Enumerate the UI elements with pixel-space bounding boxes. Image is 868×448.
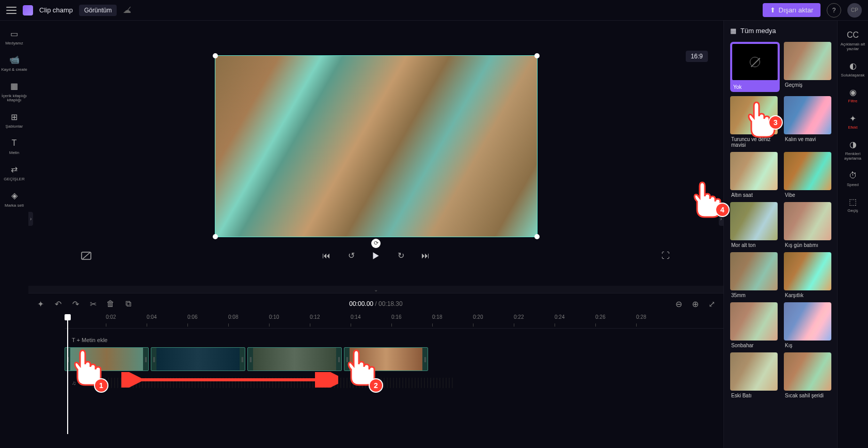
prop-icon: CC (848, 30, 858, 40)
zoom-fit-icon[interactable]: ⤢ (707, 299, 716, 308)
menu-icon[interactable] (6, 7, 17, 14)
duplicate-icon[interactable]: ⧉ (123, 299, 133, 308)
ruler-tick: 0:20 (473, 314, 483, 320)
redo-icon[interactable]: ↷ (71, 299, 80, 308)
undo-icon[interactable]: ↶ (53, 299, 62, 308)
sidebar-icon: ◈ (9, 190, 20, 202)
clip-2[interactable]: ‖‖ (151, 347, 245, 371)
app-name: Clip champ (39, 6, 73, 14)
filter-Sıcak sahil şeridi[interactable]: Sıcak sahil şeridi (784, 352, 831, 398)
ruler-tick: 0:06 (187, 314, 197, 320)
text-track-add[interactable]: T + Metin ekle (72, 337, 723, 343)
disable-preview-icon[interactable] (80, 250, 92, 262)
skip-forward-icon[interactable]: ⏭ (419, 250, 432, 262)
filter-Altın saat[interactable]: Altın saat (730, 152, 780, 198)
filter-Eski Batı[interactable]: Eski Batı (730, 352, 780, 398)
ruler-tick: 0:22 (514, 314, 524, 320)
prop-Renkleri ayarlama[interactable]: ◑Renkleri ayarlama (838, 136, 868, 164)
prop-Speed[interactable]: ⏱Speed (838, 167, 868, 191)
prop-Filtre[interactable]: ◉Filtre (838, 84, 868, 107)
top-bar: Clip champ Görüntüm ☁̸ ⬆ Dışarı aktar ? … (0, 0, 868, 21)
clip-4[interactable]: ‖‖ (344, 347, 428, 371)
prop-Efekt[interactable]: ✦Efekt (838, 110, 868, 133)
sidebar-item-4[interactable]: TMetin (0, 134, 28, 159)
filter-Yok[interactable]: Yok (730, 42, 780, 92)
zoom-out-icon[interactable]: ⊖ (674, 299, 683, 308)
sidebar-icon: T (9, 137, 20, 149)
filter-Mor alt ton[interactable]: Mor alt ton (730, 202, 780, 248)
resize-handle-tl[interactable] (213, 53, 218, 58)
collapse-timeline[interactable]: ⌄ (28, 286, 723, 293)
rewind-icon[interactable]: ↺ (345, 250, 357, 262)
filter-Geçmiş[interactable]: Geçmiş (784, 42, 831, 92)
filters-panel: ▦ Tüm medya YokGeçmişTuruncu ve deniz ma… (723, 21, 837, 448)
upload-icon: ⬆ (770, 6, 776, 14)
video-content (215, 56, 537, 237)
timeline: ✦ ↶ ↷ ✂ 🗑 ⧉ 00:00.00 / 00:18.30 ⊖ ⊕ ⤢ 0:… (28, 293, 723, 448)
filter-Kış gün batımı[interactable]: Kış gün batımı (784, 202, 831, 248)
resize-handle-bl[interactable] (213, 234, 218, 239)
sidebar-item-0[interactable]: ▭Medyanız (0, 25, 28, 49)
annotation-4: 4 (715, 203, 730, 217)
ruler-tick: 0:18 (432, 314, 442, 320)
sidebar-icon: ⊞ (9, 111, 20, 122)
timeline-ruler[interactable]: 0:020:040:060:080:100:120:140:160:180:20… (65, 314, 723, 329)
playhead[interactable] (65, 314, 71, 320)
view-button[interactable]: Görüntüm (79, 5, 117, 16)
preview-area: 16:9 ⟳ ⏮ ↺ ↻ ⏭ ⛶ (28, 21, 723, 286)
timeline-time: 00:00.00 / 00:18.30 (349, 300, 402, 307)
export-button[interactable]: ⬆ Dışarı aktar (763, 3, 820, 17)
app-logo (23, 5, 33, 16)
filter-Kış[interactable]: Kış (784, 302, 831, 348)
forward-icon[interactable]: ↻ (394, 250, 407, 262)
filter-Kalın ve mavi[interactable]: Kalın ve mavi (784, 96, 831, 148)
player-controls: ⏮ ↺ ↻ ⏭ ⛶ (59, 250, 692, 262)
video-frame[interactable]: ⟳ (215, 55, 538, 237)
sidebar-icon: ▭ (9, 28, 20, 39)
ruler-tick: 0:24 (555, 314, 564, 320)
prop-icon: ✦ (848, 113, 858, 123)
prop-Soluklaşarak[interactable]: ◐Soluklaşarak (838, 58, 868, 81)
resize-handle-tr[interactable] (534, 53, 540, 58)
filter-Karşıtlık[interactable]: Karşıtlık (784, 252, 831, 298)
split-icon[interactable]: ✂ (88, 299, 98, 308)
fullscreen-icon[interactable]: ⛶ (659, 250, 672, 262)
delete-icon[interactable]: 🗑 (106, 299, 115, 308)
resize-handle-br[interactable] (534, 234, 540, 239)
prop-Açıklamalı alt yazılar[interactable]: CCAçıklamalı alt yazılar (838, 27, 868, 55)
clip-1[interactable]: ‖‖ (65, 347, 149, 371)
filter-Vibe[interactable]: Vibe (784, 152, 831, 198)
video-track: ‖‖ ‖‖ ‖‖ ‖‖ (65, 347, 723, 371)
filter-Sonbahar[interactable]: Sonbahar (730, 302, 780, 348)
ruler-tick: 0:16 (391, 314, 401, 320)
prop-Geçiş[interactable]: ⬚Geçiş (838, 193, 868, 217)
skip-back-icon[interactable]: ⏮ (320, 250, 333, 262)
cloud-off-icon: ☁̸ (123, 5, 131, 15)
annotation-3: 3 (768, 115, 783, 130)
annotation-2: 2 (369, 378, 383, 393)
sidebar-item-5[interactable]: ⇄GEÇİŞLER (0, 161, 28, 185)
clip-3[interactable]: ‖‖ (247, 347, 342, 371)
prop-icon: ◉ (848, 87, 858, 97)
annotation-1: 1 (94, 378, 108, 393)
aspect-ratio-selector[interactable]: 16:9 (686, 51, 708, 62)
sidebar-item-1[interactable]: 📹Kayıt & create (0, 51, 28, 75)
prop-icon: ◑ (848, 140, 858, 150)
left-sidebar: ▭Medyanız📹Kayıt & create▦İçerik kitaplığ… (0, 21, 28, 448)
play-button[interactable] (370, 250, 382, 262)
avatar[interactable]: CP (847, 3, 862, 18)
zoom-in-icon[interactable]: ⊕ (690, 299, 700, 308)
ruler-tick: 0:10 (269, 314, 279, 320)
sidebar-item-6[interactable]: ◈Marka seti (0, 187, 28, 211)
filter-35mm[interactable]: 35mm (730, 252, 780, 298)
sidebar-item-2[interactable]: ▦İçerik kitaplığı kitaplığı (0, 78, 28, 106)
sidebar-icon: ▦ (9, 81, 20, 92)
ruler-tick: 0:26 (595, 314, 605, 320)
prop-icon: ◐ (848, 61, 858, 71)
magic-tool-icon[interactable]: ✦ (36, 299, 45, 308)
help-button[interactable]: ? (827, 3, 841, 18)
sidebar-icon: 📹 (9, 54, 20, 66)
ruler-tick: 0:12 (310, 314, 320, 320)
sidebar-item-3[interactable]: ⊞Şablonlar (0, 108, 28, 132)
rotate-handle[interactable]: ⟳ (371, 239, 381, 248)
